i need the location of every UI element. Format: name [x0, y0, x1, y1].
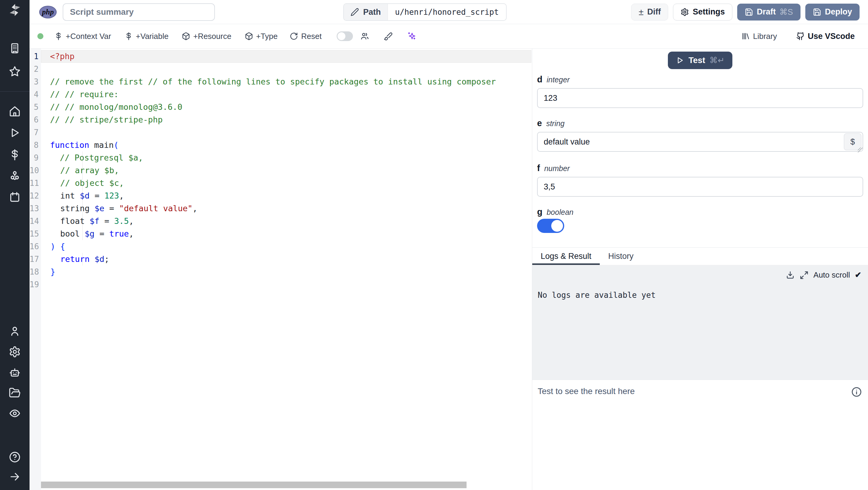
- code-line[interactable]: 7: [30, 126, 532, 139]
- toolbar-right: Library Use VScode: [741, 32, 855, 41]
- resources-boxes-icon[interactable]: [8, 170, 21, 183]
- draft-button[interactable]: Draft ⌘S: [737, 4, 801, 21]
- deploy-button-label: Deploy: [825, 7, 852, 17]
- schedules-calendar-icon[interactable]: [8, 191, 21, 203]
- topbar: php Path u/henri/honored_script ± Diff S…: [30, 0, 868, 24]
- plus-minus-icon: ±: [639, 7, 644, 17]
- reset-button[interactable]: Reset: [290, 32, 321, 41]
- code-line[interactable]: 3// remove the first // of the following…: [30, 76, 532, 88]
- code-line[interactable]: 6// // stripe/stripe-php: [30, 113, 532, 126]
- save-icon: [813, 8, 821, 16]
- auto-scroll-label[interactable]: Auto scroll: [813, 270, 850, 280]
- ai-bot-icon[interactable]: [8, 366, 21, 379]
- draft-button-label: Draft: [757, 7, 776, 17]
- info-icon[interactable]: [851, 386, 862, 399]
- diff-button[interactable]: ± Diff: [631, 4, 668, 21]
- help-circle-icon[interactable]: [8, 451, 21, 463]
- code-line[interactable]: 5// // monolog/monolog@3.6.0: [30, 101, 532, 113]
- runs-play-icon[interactable]: [8, 126, 21, 139]
- test-shortcut: ⌘↵: [710, 56, 724, 65]
- code-line[interactable]: 2: [30, 63, 532, 76]
- add-resource-label: +Resource: [193, 32, 231, 41]
- code-line[interactable]: 4// // require:: [30, 88, 532, 101]
- editor-toolbar: +Context Var +Variable +Resource +Type R…: [30, 24, 868, 49]
- add-type-label: +Type: [256, 32, 278, 41]
- field-f-input[interactable]: [537, 177, 863, 197]
- code-line[interactable]: 10 // array $b,: [30, 164, 532, 177]
- topbar-actions: ± Diff Settings Draft ⌘S Deploy: [631, 4, 868, 21]
- settings-gear-icon[interactable]: [8, 345, 21, 358]
- multiplayer-toggle[interactable]: [337, 31, 353, 41]
- home-icon[interactable]: [8, 105, 21, 118]
- deploy-button[interactable]: Deploy: [805, 4, 860, 21]
- code-lines: 1<?php23// remove the first // of the fo…: [30, 50, 532, 291]
- no-logs-message: No logs are available yet: [532, 280, 868, 299]
- field-f-type: number: [544, 164, 570, 173]
- package-icon: [182, 32, 190, 40]
- field-d-input[interactable]: [537, 88, 863, 108]
- use-vscode-button[interactable]: Use VScode: [796, 32, 855, 41]
- field-g-toggle[interactable]: [537, 219, 564, 233]
- code-line[interactable]: 9 // Postgresql $a,: [30, 151, 532, 164]
- package-icon: [245, 32, 253, 40]
- ai-sparkles-icon[interactable]: [407, 31, 417, 41]
- tab-history[interactable]: History: [600, 248, 642, 265]
- users-icon[interactable]: [360, 31, 370, 41]
- audit-eye-icon[interactable]: [8, 407, 21, 420]
- code-line[interactable]: 17 return $d;: [30, 253, 532, 265]
- test-button[interactable]: Test ⌘↵: [668, 52, 733, 69]
- code-editor[interactable]: 1<?php23// remove the first // of the fo…: [30, 49, 532, 490]
- settings-button[interactable]: Settings: [673, 4, 733, 21]
- field-g-type: boolean: [547, 208, 574, 217]
- path-label: Path: [363, 7, 381, 17]
- field-e-type: string: [546, 119, 564, 128]
- add-context-var-button[interactable]: +Context Var: [54, 32, 111, 41]
- code-line[interactable]: 18}: [30, 265, 532, 278]
- tab-logs-result[interactable]: Logs & Result: [532, 248, 600, 265]
- code-line[interactable]: 15 bool $g = true,: [30, 228, 532, 240]
- field-d-type: integer: [547, 76, 569, 84]
- code-line[interactable]: 19: [30, 278, 532, 291]
- logs-panel: Auto scroll ✔ No logs are available yet: [532, 265, 868, 380]
- resize-handle[interactable]: [858, 148, 863, 152]
- script-path[interactable]: Path u/henri/honored_script: [343, 3, 507, 21]
- add-resource-button[interactable]: +Resource: [182, 32, 231, 41]
- save-icon: [745, 8, 753, 16]
- refresh-icon: [290, 32, 298, 40]
- collapse-arrow-icon[interactable]: [8, 470, 21, 483]
- folders-icon[interactable]: [8, 386, 21, 399]
- code-line[interactable]: 16) {: [30, 240, 532, 253]
- windmill-logo-icon[interactable]: [8, 3, 22, 17]
- horizontal-scrollbar[interactable]: [41, 482, 467, 488]
- field-d-name: d: [537, 75, 542, 85]
- use-vscode-label: Use VScode: [808, 32, 855, 41]
- library-button[interactable]: Library: [741, 32, 777, 41]
- code-line[interactable]: 12 int $d = 123,: [30, 190, 532, 202]
- field-e: e string default value $: [537, 118, 863, 153]
- code-line[interactable]: 8function main(: [30, 139, 532, 151]
- dollar-icon: [124, 32, 133, 40]
- field-e-name: e: [537, 118, 542, 128]
- field-e-textarea[interactable]: default value: [537, 132, 863, 152]
- diff-button-label: Diff: [647, 7, 661, 17]
- run-panel: Test ⌘↵ d integer e string default value…: [532, 49, 868, 490]
- field-g: g boolean: [537, 207, 863, 233]
- variables-dollar-icon[interactable]: [8, 148, 21, 161]
- play-icon: [676, 56, 684, 64]
- script-summary-input[interactable]: [63, 3, 215, 21]
- add-variable-button[interactable]: +Variable: [124, 32, 169, 41]
- path-value: u/henri/honored_script: [388, 4, 506, 20]
- download-logs-icon[interactable]: [786, 271, 795, 280]
- code-line[interactable]: 1<?php: [30, 50, 532, 63]
- code-line[interactable]: 13 string $e = "default value",: [30, 202, 532, 215]
- gear-icon: [681, 8, 689, 16]
- expand-logs-icon[interactable]: [800, 271, 809, 280]
- workspace-building-icon[interactable]: [8, 42, 21, 55]
- favorites-star-icon[interactable]: [8, 65, 21, 78]
- github-icon: [796, 32, 805, 40]
- code-line[interactable]: 11 // object $c,: [30, 177, 532, 190]
- add-type-button[interactable]: +Type: [245, 32, 278, 41]
- user-icon[interactable]: [8, 325, 21, 338]
- code-line[interactable]: 14 float $f = 3.5,: [30, 215, 532, 228]
- format-brush-icon[interactable]: [383, 31, 393, 41]
